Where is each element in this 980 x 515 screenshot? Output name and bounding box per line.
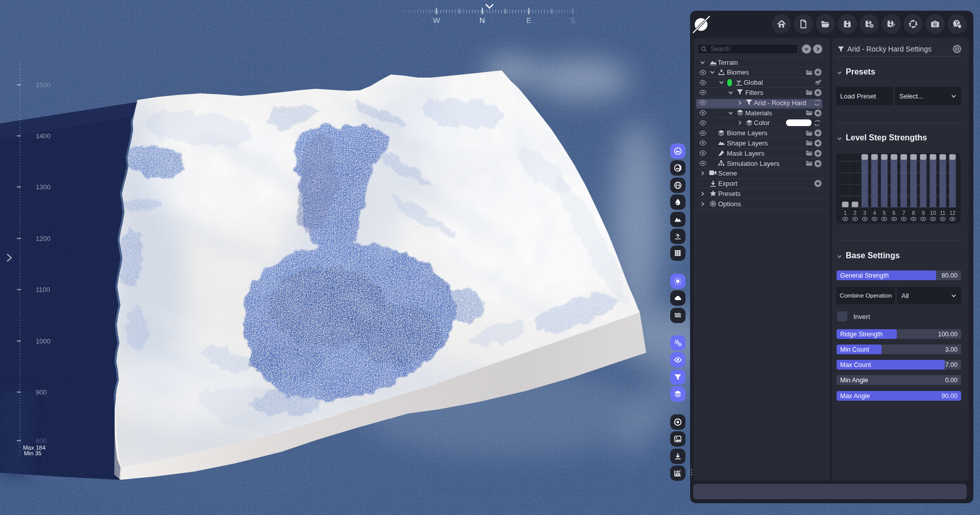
svg-text:1100: 1100 (36, 286, 50, 293)
svg-text:W: W (433, 16, 440, 24)
svg-text:12: 12 (949, 210, 955, 216)
svg-text:2: 2 (853, 210, 856, 216)
svg-text:1500: 1500 (36, 81, 51, 89)
svg-text:Min 35: Min 35 (24, 450, 42, 456)
svg-text:1: 1 (844, 210, 847, 216)
svg-text:E: E (526, 16, 531, 24)
svg-text:4: 4 (873, 210, 876, 216)
svg-text:7: 7 (902, 210, 905, 216)
svg-text:10: 10 (930, 210, 936, 216)
svg-text:800: 800 (36, 437, 47, 445)
svg-text:8: 8 (912, 210, 915, 216)
svg-text:1400: 1400 (36, 132, 51, 140)
svg-text:3: 3 (863, 210, 866, 216)
svg-text:9: 9 (922, 210, 925, 216)
svg-text:6: 6 (893, 210, 896, 216)
svg-text:1200: 1200 (36, 235, 51, 242)
svg-text:900: 900 (36, 388, 47, 396)
svg-text:N: N (480, 16, 485, 24)
svg-text:11: 11 (940, 210, 946, 216)
svg-text:1300: 1300 (36, 183, 51, 191)
svg-text:S: S (570, 16, 575, 24)
svg-text:1000: 1000 (36, 337, 51, 345)
svg-text:5: 5 (883, 210, 886, 216)
